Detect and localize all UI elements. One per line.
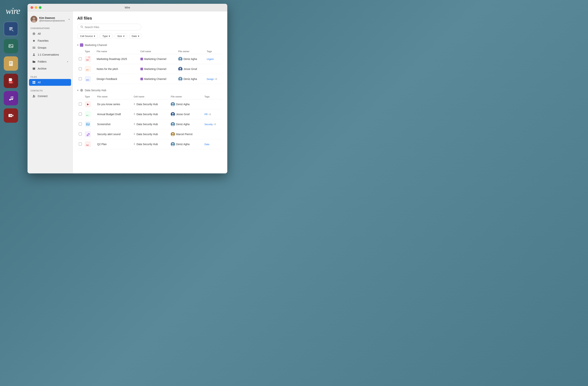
profile-dropdown-arrow[interactable]: ▾	[69, 18, 69, 20]
svg-text:DOC: DOC	[86, 79, 89, 81]
svg-marker-28	[33, 40, 35, 42]
svg-text:PDF: PDF	[86, 59, 89, 61]
sidebar-item-favorites[interactable]: Favorites	[29, 37, 71, 44]
app-icon-photos[interactable]	[4, 39, 18, 53]
svg-rect-1	[9, 27, 13, 28]
app-icon-pdf[interactable]: PDF	[4, 74, 18, 88]
svg-text:PDF: PDF	[9, 82, 12, 84]
search-input[interactable]	[85, 26, 138, 29]
marketing-collapse-btn[interactable]: ▾	[77, 44, 78, 46]
date-dropdown-icon: ▾	[138, 35, 139, 38]
hub-icon-f4: ⠿	[134, 103, 135, 106]
svg-point-62	[180, 78, 181, 79]
filename-f8: Q2 Plan	[96, 139, 132, 149]
files-section-label: FILES	[27, 74, 73, 79]
wire-logo: wire	[4, 6, 24, 16]
sidebar-item-files-all[interactable]: All	[29, 79, 71, 86]
sidebar-item-folders[interactable]: Folders ▾	[29, 58, 71, 65]
traffic-lights	[31, 6, 42, 9]
sidebar-item-connect[interactable]: Connect	[29, 93, 71, 100]
all-label: All	[38, 32, 68, 35]
filter-cell-source[interactable]: Cell Source ▾	[77, 33, 98, 39]
sidebar-item-archive[interactable]: Archive	[29, 65, 71, 72]
security-collapse-btn[interactable]: ▾	[77, 89, 78, 92]
connect-label: Connect	[38, 95, 68, 98]
sidebar-item-1on1[interactable]: 1:1 Conversations	[29, 51, 71, 58]
filter-type[interactable]: Type ▾	[100, 33, 113, 39]
cell-name-f3: Marketing Channel	[144, 77, 167, 81]
fullscreen-button[interactable]	[39, 6, 42, 9]
svg-rect-11	[10, 64, 11, 64]
owner-avatar-f5	[171, 112, 175, 116]
owner-name-f1: Deniz Agha	[184, 58, 197, 61]
contacts-section-label: CONTACTS	[27, 88, 73, 92]
file-type-icon-f3: DOC	[85, 76, 91, 82]
owner-name-f6: Deniz Agha	[176, 123, 189, 126]
marketing-channel-icon	[80, 43, 83, 47]
archive-label: Archive	[38, 67, 68, 70]
tag-urgent-f1[interactable]: Urgent	[207, 58, 213, 61]
app-icon-video[interactable]	[4, 108, 18, 123]
user-handle: @kimdawson@awesome	[39, 20, 67, 22]
app-icon-notes[interactable]	[4, 22, 18, 36]
sidebar-item-groups[interactable]: Groups	[29, 44, 71, 51]
row-checkbox-f8[interactable]	[79, 143, 82, 146]
svg-rect-49	[88, 56, 90, 58]
cell-info-f4: ⠿ Data Security Hub	[134, 103, 168, 106]
row-checkbox-f1[interactable]	[79, 57, 82, 60]
type-label: Type	[102, 35, 108, 38]
cell-dot-f2	[140, 68, 143, 70]
row-checkbox-f3[interactable]	[79, 77, 82, 80]
tag-pr-f5[interactable]: PR	[205, 113, 208, 116]
svg-rect-39	[33, 81, 34, 82]
table-row: PDF Marketing Roadmap 2025 Marketing Cha…	[77, 54, 223, 64]
archive-icon	[32, 67, 36, 70]
cell-info-f5: ⠿ Data Security Hub	[134, 113, 168, 116]
app-icon-music[interactable]	[4, 91, 18, 105]
owner-avatar-f6	[171, 122, 175, 126]
file-type-icon-f1: PDF	[85, 56, 91, 62]
row-checkbox-f7[interactable]	[79, 132, 82, 135]
user-profile[interactable]: Kim Dawson @kimdawson@awesome ▾	[27, 14, 73, 26]
owner-name-f3: Deniz Agha	[184, 77, 197, 81]
svg-point-24	[33, 17, 35, 20]
filename-f1: Marketing Roadmap 2025	[95, 54, 139, 64]
tag-plus-f3: +5	[214, 78, 217, 81]
col-filename-2: File name	[96, 94, 132, 99]
filter-size[interactable]: Size ▾	[114, 33, 127, 39]
table-row: Screenshot ⠿ Data Security Hub	[77, 119, 223, 129]
row-checkbox-f6[interactable]	[79, 123, 82, 126]
owner-f3: Deniz Agha	[178, 77, 204, 81]
close-button[interactable]	[31, 6, 33, 9]
svg-rect-90	[89, 133, 90, 135]
cell-name-f8: Data Security Hub	[136, 143, 158, 146]
marketing-files-table: Type File name Cell name File owner Tags	[77, 49, 223, 84]
row-checkbox-f2[interactable]	[79, 67, 82, 70]
minimize-button[interactable]	[35, 6, 37, 9]
user-info: Kim Dawson @kimdawson@awesome	[39, 16, 67, 22]
owner-f1: Deniz Agha	[178, 57, 204, 61]
svg-point-35	[33, 54, 35, 55]
tag-data-f8[interactable]: Data	[205, 143, 209, 146]
search-bar[interactable]	[77, 24, 141, 30]
owner-name-f7: Marcel Pierrot	[176, 133, 192, 136]
app-icon-notepad[interactable]	[4, 56, 18, 71]
user-name: Kim Dawson	[39, 16, 67, 20]
row-checkbox-f5[interactable]	[79, 112, 82, 116]
owner-avatar-f7	[171, 132, 175, 136]
owner-f2: Jesse Grod	[178, 67, 204, 71]
filter-date[interactable]: Date ▾	[129, 33, 142, 39]
hub-icon-f8: ⠿	[134, 143, 135, 146]
tag-design-f3[interactable]: Design	[207, 78, 214, 81]
cell-info-f3: Marketing Channel	[140, 77, 175, 81]
cell-info-f2: Marketing Channel	[140, 67, 175, 70]
hub-icon-f5: ⠿	[134, 113, 135, 116]
row-checkbox-f4[interactable]	[79, 103, 82, 106]
tag-security-f6[interactable]: Security	[205, 123, 212, 126]
cell-name-f1: Marketing Channel	[144, 58, 167, 61]
col-type-1: Type	[83, 49, 95, 54]
sidebar-item-all[interactable]: All	[29, 30, 71, 37]
group-data-security-hub: ▾ Data Security Hub	[77, 88, 223, 149]
svg-point-30	[34, 47, 34, 47]
svg-point-73	[172, 103, 174, 105]
